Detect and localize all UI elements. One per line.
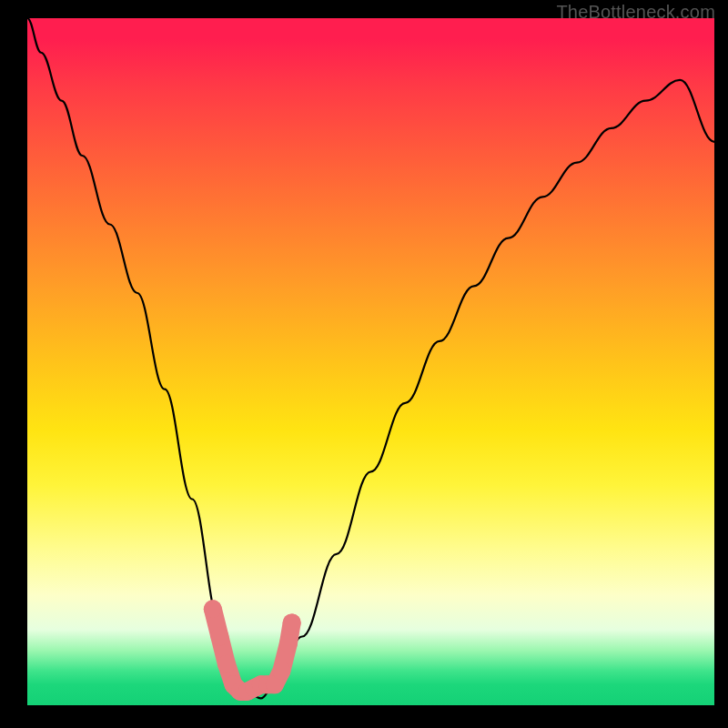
sweet-spot-point (204, 600, 222, 618)
sweet-spot-markers (204, 600, 301, 701)
sweet-spot-point (210, 628, 228, 646)
chart-svg (27, 18, 714, 705)
sweet-spot-point (217, 655, 236, 673)
chart-frame: TheBottleneck.com (0, 0, 728, 728)
sweet-spot-point (283, 613, 301, 632)
bottleneck-curve (27, 18, 714, 698)
plot-area (27, 18, 714, 705)
sweet-spot-point (272, 662, 290, 680)
sweet-spot-point (279, 634, 298, 652)
